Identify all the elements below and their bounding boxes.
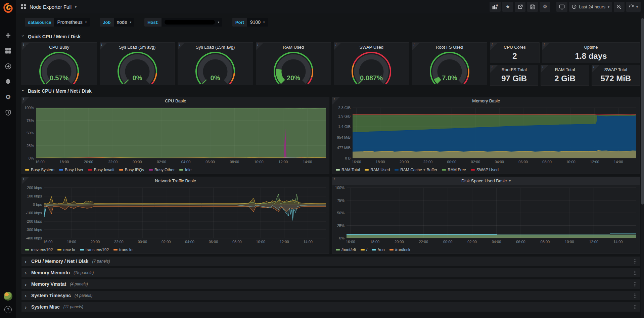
alerting-bell-icon[interactable] [4, 78, 12, 85]
legend-item[interactable]: Busy IRQs [119, 168, 144, 172]
time-range-label: Last 24 hours [579, 4, 605, 9]
row-header-basic[interactable]: › Basic CPU / Mem / Net / Disk [21, 86, 640, 96]
chart-legend: RAM TotalRAM UsedRAM Cache + BufferRAM F… [332, 166, 640, 174]
drag-handle-icon[interactable] [634, 259, 637, 264]
chevron-down-icon: › [20, 89, 26, 93]
panel-info-corner[interactable]: i [541, 65, 548, 73]
save-dashboard-button[interactable] [527, 2, 538, 12]
cycle-view-tv-button[interactable] [556, 2, 567, 12]
panel-title[interactable]: SWAP Used [334, 43, 409, 51]
panel-info-corner[interactable]: i [412, 43, 420, 50]
panel-info-corner[interactable]: i [332, 177, 340, 184]
time-range-picker[interactable]: Last 24 hours ▾ [569, 2, 612, 12]
panel-title[interactable]: Disk Space Used Basic▾ [332, 177, 640, 185]
row-header-quick[interactable]: › Quick CPU / Mem / Disk [21, 32, 640, 42]
scrollbar-thumb[interactable] [641, 18, 644, 205]
legend-item[interactable]: Idle [179, 168, 191, 172]
dashboards-icon[interactable] [4, 47, 12, 54]
create-plus-icon[interactable] [4, 32, 12, 39]
chart-plot-area[interactable]: 0%25%50%75%100%16:0018:0020:0022:0000:00… [22, 105, 329, 166]
user-avatar[interactable] [4, 292, 12, 301]
panel-info-corner[interactable]: i [334, 43, 341, 50]
panel-info-corner[interactable]: i [100, 43, 107, 50]
legend-swatch [365, 169, 369, 171]
panel-info-corner[interactable]: i [542, 43, 550, 50]
panel-title[interactable]: CPU Busy [22, 43, 97, 51]
star-dashboard-button[interactable]: ★ [502, 2, 513, 12]
panel-title[interactable]: Sys Load (5m avg) [100, 43, 175, 51]
variable-group: Jobnode▾ [100, 18, 134, 27]
chart-plot-area[interactable]: 0%25%50%75%100%16:0018:0020:0022:0000:00… [332, 185, 640, 246]
legend-item[interactable]: RAM Free [442, 168, 466, 172]
drag-handle-icon[interactable] [634, 270, 637, 275]
dashboard-settings-button[interactable]: ⚙ [540, 2, 550, 12]
legend-item[interactable]: /run [372, 247, 385, 252]
panel-info-corner[interactable]: i [592, 65, 599, 73]
svg-text:100%: 100% [335, 186, 344, 190]
legend-item[interactable]: trans ens192 [80, 247, 109, 252]
legend-item[interactable]: SWAP Used [471, 168, 499, 172]
collapsed-row-title: Memory Meminfo [31, 270, 70, 275]
legend-item[interactable]: /run/lock [389, 247, 410, 252]
panel-info-corner[interactable]: i [22, 43, 29, 50]
legend-item[interactable]: /boot/efi [336, 247, 356, 252]
legend-item[interactable]: trans lo [113, 247, 132, 252]
collapsed-row[interactable]: ›Memory Vmstat(4 panels) [21, 279, 640, 289]
panel-title[interactable]: CPU Basic [22, 97, 329, 105]
variable-value-dropdown[interactable]: node▾ [114, 18, 135, 27]
drag-handle-icon[interactable] [634, 305, 637, 310]
panel-title[interactable]: Uptime [542, 43, 640, 51]
configuration-gear-icon[interactable]: ⚙ [4, 93, 12, 101]
collapsed-row[interactable]: ›CPU / Memory / Net / Disk(7 panels) [21, 257, 640, 266]
grafana-logo[interactable] [0, 0, 16, 16]
help-icon[interactable]: ? [4, 306, 12, 313]
collapsed-row[interactable]: ›System Misc(11 panels) [21, 302, 640, 312]
legend-item[interactable]: / [361, 247, 367, 252]
legend-swatch [395, 169, 399, 171]
panel-title[interactable]: Sys Load (15m avg) [178, 43, 253, 51]
zoom-out-button[interactable] [614, 2, 625, 12]
panel-title[interactable]: Memory Basic [332, 97, 640, 105]
legend-item[interactable]: Busy Other [149, 168, 175, 172]
explore-compass-icon[interactable] [4, 62, 12, 70]
panel-info-corner[interactable]: i [22, 177, 29, 184]
panel-info-corner[interactable]: i [490, 43, 498, 50]
server-admin-shield-icon[interactable] [4, 109, 12, 116]
svg-text:1.9 GiB: 1.9 GiB [338, 114, 351, 118]
panel-title[interactable]: RAM Used [256, 43, 331, 51]
legend-label: RAM Used [370, 168, 390, 172]
panel-title[interactable]: Root FS Used [412, 43, 487, 51]
legend-swatch [57, 249, 61, 251]
legend-item[interactable]: Busy Iowait [88, 168, 114, 172]
legend-item[interactable]: recv ens192 [25, 247, 53, 252]
panel-title[interactable]: Network Traffic Basic [22, 177, 329, 185]
legend-item[interactable]: RAM Cache + Buffer [395, 168, 437, 172]
drag-handle-icon[interactable] [634, 282, 637, 287]
panel-info-corner[interactable]: i [22, 97, 29, 104]
share-dashboard-button[interactable] [515, 2, 525, 12]
legend-item[interactable]: recv lo [57, 247, 75, 252]
variable-value-dropdown[interactable]: Prometheus▾ [54, 18, 90, 27]
dashboard-title-group[interactable]: Node Exporter Full ▾ [21, 4, 77, 10]
chart-plot-area[interactable]: 0 B477 MiB954 MiB1.4 GiB1.9 GiB2.3 GiB16… [332, 105, 640, 166]
collapsed-row[interactable]: ›System Timesync(4 panels) [21, 291, 640, 300]
panel-info-corner[interactable]: i [490, 65, 498, 73]
panel-info-corner[interactable]: i [256, 43, 264, 50]
scrollbar-track[interactable] [641, 13, 644, 318]
refresh-button[interactable]: ▾ [626, 2, 641, 12]
legend-item[interactable]: RAM Used [365, 168, 390, 172]
legend-item[interactable]: Busy User [59, 168, 83, 172]
title-caret-icon[interactable]: ▾ [75, 5, 77, 9]
panel-menu-caret-icon[interactable]: ▾ [509, 179, 511, 183]
chart-plot-area[interactable]: 200 kbps100 kbps0 bps-100 kbps-200 kbps-… [22, 185, 329, 246]
panel-info-corner[interactable]: i [178, 43, 185, 50]
collapsed-row[interactable]: ›Memory Meminfo(15 panels) [21, 268, 640, 277]
variable-value-dropdown[interactable]: ▾ [162, 18, 222, 27]
collapsed-row-panel-count: (4 panels) [75, 293, 92, 298]
add-panel-button[interactable]: + [490, 2, 501, 12]
panel-info-corner[interactable]: i [332, 97, 340, 104]
legend-item[interactable]: Busy System [25, 168, 54, 172]
drag-handle-icon[interactable] [634, 293, 637, 298]
legend-item[interactable]: RAM Total [336, 168, 360, 172]
variable-value-dropdown[interactable]: 9100▾ [247, 18, 268, 27]
